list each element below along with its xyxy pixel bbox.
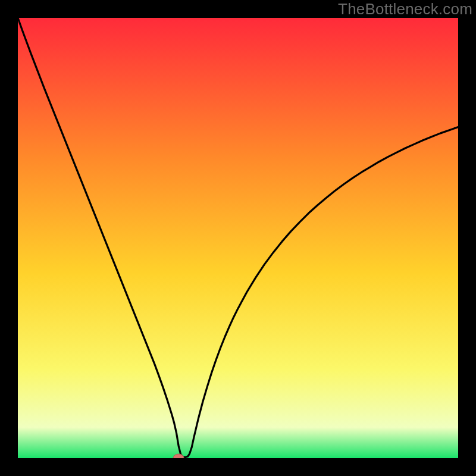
plot-svg [18,18,458,458]
watermark-text: TheBottleneck.com [338,0,472,18]
plot-area [18,18,458,458]
chart-frame: TheBottleneck.com [0,0,476,476]
gradient-background [18,18,458,458]
